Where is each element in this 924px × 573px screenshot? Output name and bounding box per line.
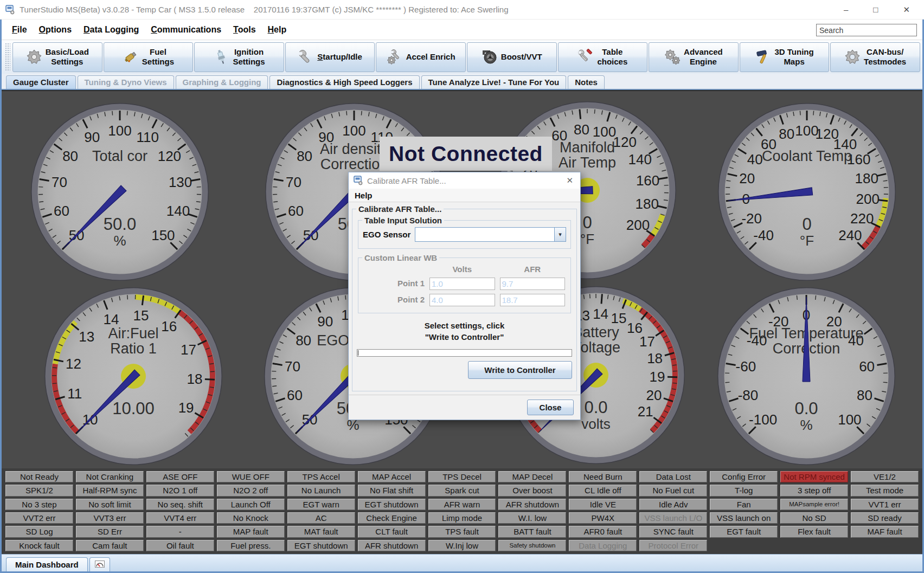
table-input-solution-title: Table Input Solution [362,216,444,225]
menu-item-file[interactable]: File [12,25,27,35]
annunciator-no-launch: No Launch [287,485,355,496]
toolbar-button-startup-idle[interactable]: Startup/Idle [285,42,375,72]
calibrate-afr-dialog: Calibrate AFR Table... ✕ Help Calibrate … [348,172,581,420]
gauge-coolant-temp: -40-20020406080100120140160180200220240C… [715,100,899,284]
menu-item-options[interactable]: Options [39,25,72,35]
toolbar-button-boost-vvt[interactable]: Boost/VVT [467,42,557,72]
tab-diagnostics-high-speed-loggers[interactable]: Diagnostics & High Speed Loggers [270,75,419,89]
tab-main-dashboard[interactable]: Main Dashboard [6,557,88,571]
toolbar-button-can-bus-testmodes[interactable]: CAN-bus/Testmodes [830,42,920,72]
annunciator-vvt2-err: VVT2 err [5,512,73,524]
point1-volts-field[interactable] [429,278,495,290]
svg-text:70: 70 [52,174,67,190]
svg-text:Coolant Temp: Coolant Temp [762,148,852,164]
dashboard-icon [95,560,105,569]
svg-text:80: 80 [296,332,311,349]
not-connected-banner: Not Connected [380,137,552,171]
svg-text:140: 140 [166,203,190,219]
dialog-close-icon[interactable]: ✕ [564,176,575,185]
point2-volts-field[interactable] [429,294,495,306]
annunciator-clt-fault: CLT fault [358,526,426,537]
menu-item-data-logging[interactable]: Data Logging [84,25,139,35]
annunciator-ac: AC [287,512,355,524]
tab-tuning-dyno-views[interactable]: Tuning & Dyno Views [78,75,174,89]
dialog-menu-help[interactable]: Help [349,189,580,202]
svg-text:50.0: 50.0 [104,215,136,234]
dialog-title-bar: Calibrate AFR Table... ✕ [349,172,580,189]
toolbar-button-table-choices[interactable]: Tablechoices [558,42,648,72]
menu-item-help[interactable]: Help [268,25,287,35]
annunciator-maf-fault: MAF fault [851,526,919,537]
gear-hole-icon [844,49,861,65]
annunciator-not-ready: Not Ready [5,471,73,482]
toolbar-drag-handle[interactable] [5,43,10,71]
search-input[interactable] [816,24,917,36]
gauge-total-correction: 5060708090100110120130140150Total cor50.… [28,100,212,284]
svg-text:-80: -80 [738,387,759,403]
toolbar-button-label: Boost/VVT [501,52,542,62]
toolbar-button-fuel-settings[interactable]: FuelSettings [104,42,194,72]
point2-label: Point 2 [364,294,425,306]
toolbar-button-accel-enrich[interactable]: Accel Enrich [376,42,466,72]
ego-sensor-select[interactable]: ▾ [415,227,566,242]
svg-text:180: 180 [855,170,878,186]
toolbar: Basic/LoadSettingsFuelSettingsIgnitionSe… [2,40,922,74]
annunciator-not-cranking: Not Cranking [76,471,144,482]
toolbar-button-basic-load-settings[interactable]: Basic/LoadSettings [12,42,102,72]
close-icon[interactable]: ✕ [903,5,910,15]
svg-text:130: 130 [169,174,192,190]
gauge-fuel-temperature-correction: -100-80-60-40-20020406080100Fuel Tempera… [714,284,899,468]
svg-text:-100: -100 [749,411,777,428]
svg-text:%: % [800,417,812,433]
toolbar-button-ignition-settings[interactable]: IgnitionSettings [194,42,284,72]
annunciator-config-error: Config Error [710,471,778,482]
minimize-icon[interactable]: – [844,5,848,15]
annunciator-egt-shutdown: EGT shutdown [358,499,426,510]
annunciator-egt-shutdown: EGT shutdown [287,540,355,551]
annunciator-egt-warn: EGT warn [287,499,355,510]
maximize-icon[interactable]: □ [873,5,878,15]
tab-graphing-logging[interactable]: Graphing & Logging [176,75,268,89]
annunciator-launch-off: Launch Off [217,499,285,510]
svg-text:Air density: Air density [320,141,389,157]
calibrate-group: Calibrate AFR Table... Table Input Solut… [352,204,577,391]
close-button[interactable]: Close [527,400,574,415]
annunciator-knock-fault: Knock fault [5,540,73,551]
menu-item-communications[interactable]: Communications [151,25,221,35]
svg-text:80: 80 [779,126,794,142]
annunciator-mapsample-error: MAPsample error! [780,499,848,510]
write-to-controller-button[interactable]: Write to Controller [468,361,572,379]
toolbar-button-label: IgnitionSettings [233,47,265,67]
svg-text:60: 60 [859,358,875,375]
toolbar-button-3d-tuning-maps[interactable]: 3D TuningMaps [740,42,830,72]
chevron-down-icon[interactable]: ▾ [554,228,566,241]
point1-afr-field[interactable] [500,278,566,290]
annunciator-data-lost: Data Lost [639,471,707,482]
svg-text:200: 200 [626,217,650,233]
svg-text:80: 80 [297,148,312,164]
annunciator-pw4x: PW4X [569,512,637,524]
tab-notes[interactable]: Notes [568,75,605,89]
instruction-line-2: "Write to Controller" [355,331,574,343]
svg-text:12: 12 [66,356,81,372]
svg-text:-40: -40 [753,227,774,243]
svg-text:60: 60 [54,203,69,219]
toolbar-button-advanced-engine[interactable]: AdvancedEngine [649,42,739,72]
point2-afr-field[interactable] [500,294,566,306]
annunciator-afr0-fault: AFR0 fault [569,526,637,537]
annunciator-n2o-2-off: N2O 2 off [217,485,285,496]
annunciator-ve1-2: VE1/2 [851,471,919,482]
svg-text:15: 15 [133,307,149,324]
tab-gauge-cluster[interactable]: Gauge Cluster [6,75,76,89]
annunciator-fuel-press: Fuel press. [217,540,285,551]
add-dashboard-tab[interactable] [89,557,110,571]
annunciator-vss-launch-l-o: VSS launch L/O [639,512,707,524]
wrench-icon [298,49,314,65]
svg-text:0.0: 0.0 [794,399,818,418]
annunciator-half-rpm-sync: Half-RPM sync [76,485,144,496]
tab-tune-analyze-live-tune-for-you[interactable]: Tune Analyze Live! - Tune For You [421,75,567,89]
annunciator-map-fault: MAP fault [217,526,285,537]
menu-item-tools[interactable]: Tools [233,25,255,35]
annunciator-idle-adv: Idle Adv [639,499,707,510]
custom-linear-wb-group: Custom Linear WB Volts AFR Point 1 Point… [358,253,571,313]
